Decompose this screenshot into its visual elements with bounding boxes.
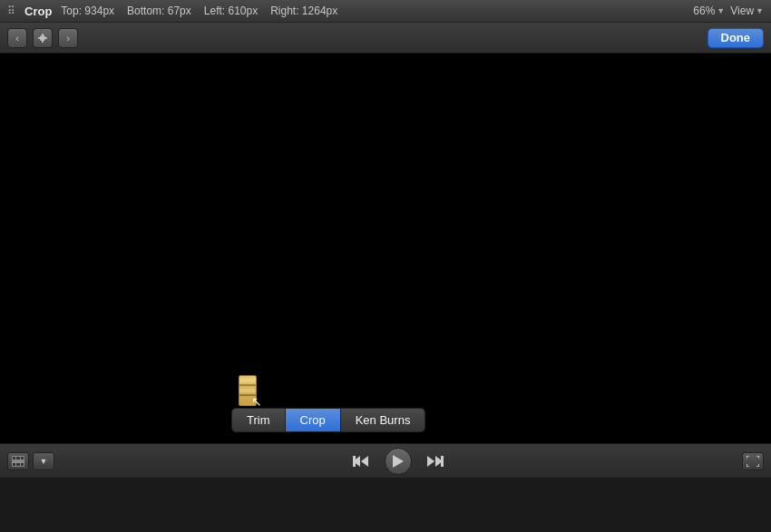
zoom-dropdown[interactable]: 66% ▼	[693, 5, 725, 17]
svg-rect-7	[13, 463, 15, 466]
zoom-arrow: ▼	[717, 6, 725, 15]
next-button[interactable]: ›	[58, 28, 78, 48]
play-icon	[393, 455, 404, 468]
bottom-right-controls	[742, 452, 764, 470]
popup-buttons: Trim Crop Ken Burns	[231, 408, 425, 432]
view-dropdown[interactable]: View ▼	[730, 5, 764, 17]
svg-marker-10	[361, 456, 368, 467]
svg-rect-6	[21, 457, 24, 459]
rewind-button[interactable]	[350, 450, 372, 472]
center-button[interactable]	[33, 28, 53, 48]
canvas-area: ↖ Trim Crop Ken Burns	[0, 53, 771, 443]
coordinates: Top: 934px Bottom: 67px Left: 610px Righ…	[61, 5, 684, 17]
bottom-left-controls: ▼	[7, 452, 54, 470]
fullscreen-icon	[747, 456, 759, 467]
toolbar: ‹ › Done	[0, 23, 771, 53]
right-coord: Right: 1264px	[270, 5, 337, 17]
play-button[interactable]	[385, 448, 412, 475]
svg-rect-4	[13, 457, 15, 459]
svg-rect-8	[16, 463, 20, 466]
svg-rect-16	[441, 456, 444, 467]
fast-forward-button[interactable]	[425, 450, 446, 472]
svg-marker-13	[393, 455, 404, 468]
crosshair-icon	[36, 32, 49, 44]
svg-marker-14	[427, 456, 434, 467]
cursor-icon: ↖	[251, 395, 262, 410]
view-controls: 66% ▼ View ▼	[693, 5, 764, 17]
zoom-value: 66%	[693, 5, 715, 17]
view-arrow: ▼	[756, 6, 764, 15]
done-button[interactable]: Done	[708, 28, 765, 48]
left-coord: Left: 610px	[204, 5, 258, 17]
app-icon: ⠿	[7, 5, 15, 17]
title-bar: ⠿ Crop Top: 934px Bottom: 67px Left: 610…	[0, 0, 771, 23]
prev-button[interactable]: ‹	[7, 28, 27, 48]
clip-dropdown-button[interactable]: ▼	[33, 452, 54, 470]
fullscreen-button[interactable]	[742, 452, 764, 470]
svg-rect-5	[16, 457, 20, 459]
svg-rect-9	[21, 463, 24, 466]
crop-button[interactable]: Crop	[286, 409, 341, 431]
bottom-bar: ▼	[0, 443, 771, 478]
clip-small-button[interactable]	[7, 452, 29, 470]
mode-label: Crop	[24, 5, 52, 18]
popup-toolbar: ↖ Trim Crop Ken Burns	[231, 375, 425, 432]
top-coord: Top: 934px	[61, 5, 114, 17]
bottom-coord: Bottom: 67px	[127, 5, 191, 17]
view-label: View	[730, 5, 754, 17]
ken-burns-button[interactable]: Ken Burns	[341, 409, 425, 431]
dropdown-arrow-icon: ▼	[40, 457, 48, 466]
trim-button[interactable]: Trim	[232, 409, 286, 431]
film-strip-icon	[12, 456, 24, 467]
rewind-icon	[353, 455, 369, 468]
transport-controls	[54, 448, 742, 475]
fast-forward-icon	[427, 455, 444, 468]
